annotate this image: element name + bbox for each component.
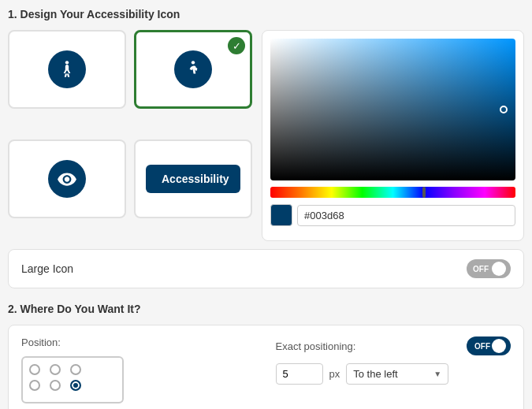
exact-toggle[interactable]: OFF (467, 336, 511, 355)
color-swatch (270, 204, 292, 226)
color-hex-input[interactable] (297, 205, 515, 226)
position-row-2 (29, 380, 116, 391)
exact-label: Exact positioning: (276, 340, 356, 352)
pos-radio-top-center[interactable] (50, 364, 61, 375)
icon-card-standard[interactable] (8, 30, 126, 109)
dynamic-icon (174, 50, 212, 88)
large-icon-label: Large Icon (21, 262, 73, 275)
pos-radio-top-right[interactable] (70, 364, 81, 375)
color-gradient-cursor (500, 106, 508, 113)
section1-title: 1. Design Your Accessibility Icon (8, 8, 524, 20)
position-grid (21, 356, 124, 403)
icon-card-eye[interactable] (8, 139, 126, 218)
px-unit-label: px (329, 368, 340, 380)
position-section: Position: Exact pos (8, 325, 524, 409)
large-icon-row: Large Icon OFF (8, 249, 524, 288)
section-position: 2. Where Do You Want It? Position: (8, 303, 524, 409)
section-design: 1. Design Your Accessibility Icon ✓ (8, 8, 524, 288)
large-icon-toggle-knob (492, 262, 506, 276)
direction-select[interactable]: To the left ▼ (346, 363, 448, 385)
exact-toggle-knob (492, 339, 506, 353)
position-row-1 (29, 364, 116, 375)
pos-radio-bottom-center[interactable] (50, 380, 61, 391)
position-right: Exact positioning: OFF px To the left ▼ (276, 336, 512, 385)
icon-card-text[interactable]: Accessibility (134, 139, 252, 218)
large-icon-toggle-state: OFF (473, 265, 489, 273)
rainbow-cursor (422, 187, 426, 198)
exact-row: Exact positioning: OFF (276, 336, 512, 355)
pos-radio-bottom-right[interactable] (70, 380, 81, 391)
pos-radio-bottom-left[interactable] (29, 380, 40, 391)
icon-grid: ✓ Accessibility (8, 30, 252, 241)
large-icon-toggle[interactable]: OFF (467, 259, 511, 278)
px-row: px To the left ▼ (276, 363, 512, 385)
direction-text: To the left (353, 368, 427, 380)
color-picker-panel (262, 30, 524, 241)
color-gradient[interactable] (270, 39, 515, 180)
selected-check: ✓ (228, 37, 245, 54)
px-value-input[interactable] (276, 363, 323, 385)
pos-radio-top-left[interactable] (29, 364, 40, 375)
color-swatch-row (270, 204, 515, 226)
svg-point-0 (65, 61, 69, 64)
exact-toggle-state: OFF (474, 342, 490, 351)
icon-design-container: ✓ Accessibility (8, 30, 524, 241)
position-label: Position: (21, 336, 257, 348)
position-left: Position: (21, 336, 257, 403)
icon-card-dynamic[interactable]: ✓ (134, 30, 252, 109)
eye-icon (48, 160, 86, 198)
chevron-down-icon: ▼ (433, 370, 441, 378)
svg-point-1 (192, 61, 195, 64)
rainbow-hue-bar[interactable] (270, 187, 515, 198)
accessibility-text-button[interactable]: Accessibility (146, 165, 240, 193)
section2-title: 2. Where Do You Want It? (8, 303, 524, 315)
standard-icon (48, 50, 86, 88)
position-inner: Position: Exact pos (21, 336, 511, 403)
